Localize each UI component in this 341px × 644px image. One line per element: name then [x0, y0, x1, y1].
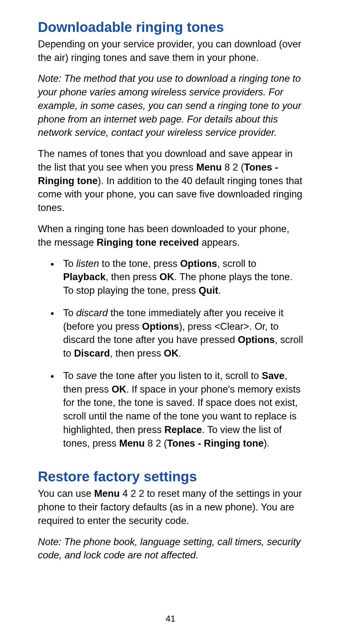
- restore-paragraph: You can use Menu 4 2 2 to reset many of …: [38, 487, 303, 527]
- text-run: .: [218, 285, 221, 296]
- restore-note: Note: The phone book, language setting, …: [38, 535, 303, 563]
- text-run: .: [178, 348, 181, 359]
- ok-label: OK: [164, 348, 179, 359]
- quit-label: Quit: [199, 285, 218, 296]
- ok-label: OK: [111, 384, 126, 395]
- text-run: To: [63, 258, 76, 269]
- list-item: To save the tone after you listen to it,…: [51, 369, 303, 450]
- replace-label: Replace: [165, 424, 202, 435]
- menu-label: Menu: [119, 438, 145, 449]
- playback-label: Playback: [63, 271, 105, 282]
- text-run: , then press: [110, 348, 164, 359]
- text-run: , then press: [105, 271, 159, 282]
- page-number: 41: [0, 613, 341, 625]
- text-run: ).: [264, 438, 270, 449]
- action-listen: listen: [76, 258, 99, 269]
- text-run: You can use: [38, 488, 94, 499]
- action-discard: discard: [76, 307, 108, 318]
- text-run: To: [63, 307, 76, 318]
- menu-location-paragraph: The names of tones that you download and…: [38, 147, 303, 215]
- text-run: , scroll to: [217, 258, 256, 269]
- menu-label: Menu: [94, 488, 120, 499]
- tones-label: Tones - Ringing tone: [167, 438, 264, 449]
- text-run: to the tone, press: [99, 258, 180, 269]
- text-run: appears.: [199, 237, 240, 248]
- heading-downloadable: Downloadable ringing tones: [38, 19, 303, 36]
- save-label: Save: [262, 370, 284, 381]
- options-label: Options: [180, 258, 217, 269]
- text-run: 8 2 (: [145, 438, 167, 449]
- document-page: Downloadable ringing tones Depending on …: [0, 0, 341, 644]
- section-downloadable-ringing-tones: Downloadable ringing tones Depending on …: [38, 19, 303, 450]
- download-note: Note: The method that you use to downloa…: [38, 72, 303, 140]
- options-label: Options: [142, 321, 179, 332]
- section-restore-factory-settings: Restore factory settings You can use Men…: [38, 468, 303, 562]
- received-label: Ringing tone received: [97, 237, 199, 248]
- options-label: Options: [238, 334, 275, 345]
- list-item: To listen to the tone, press Options, sc…: [51, 257, 303, 298]
- text-run: To: [63, 370, 76, 381]
- ok-label: OK: [159, 271, 174, 282]
- intro-paragraph: Depending on your service provider, you …: [38, 38, 303, 65]
- text-run: the tone after you listen to it, scroll …: [97, 370, 262, 381]
- heading-restore: Restore factory settings: [38, 468, 303, 485]
- list-item: To discard the tone immediately after yo…: [51, 306, 303, 360]
- action-save: save: [76, 370, 97, 381]
- received-message-paragraph: When a ringing tone has been downloaded …: [38, 222, 303, 250]
- menu-label: Menu: [196, 162, 222, 173]
- discard-label: Discard: [74, 348, 110, 359]
- text-run: 8 2 (: [222, 162, 244, 173]
- instruction-list: To listen to the tone, press Options, sc…: [38, 257, 303, 450]
